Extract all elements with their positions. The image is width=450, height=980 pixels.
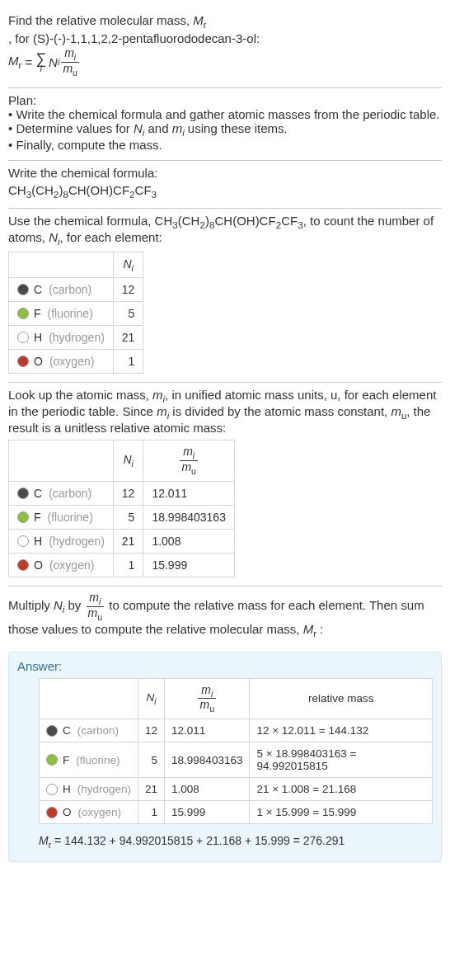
element-swatch <box>46 807 58 818</box>
text: • Determine values for <box>8 121 134 135</box>
count-value: 12 <box>138 719 165 742</box>
sym-i: i <box>132 459 134 469</box>
plan-section: Plan: • Write the chemical formula and g… <box>8 88 442 160</box>
element-swatch <box>17 511 29 523</box>
plan-bullet-3: • Finally, compute the mass. <box>8 138 442 152</box>
answer-label: Answer: <box>17 659 433 673</box>
sym-m: m <box>152 388 163 402</box>
table-header: Ni <box>9 252 143 278</box>
chem-title: Write the chemical formula: <box>8 166 442 180</box>
sym-N: N <box>123 453 131 466</box>
element-swatch <box>17 284 29 295</box>
element-name: (carbon) <box>77 724 119 737</box>
table-row: H (hydrogen) 21 1.008 <box>9 530 235 554</box>
statement-line-1: Find the relative molecular mass, Mr <box>8 13 442 30</box>
element-symbol: C <box>34 487 42 500</box>
sym-N: N <box>49 230 58 244</box>
plan-bullet-1: • Write the chemical formula and gather … <box>8 107 442 121</box>
table-row: O (oxygen) 1 15.999 <box>9 554 235 577</box>
statement-line-2: , for (S)-(-)-1,1,1,2,2-pentafluorododec… <box>8 31 442 45</box>
final-result: Mr = 144.132 + 94.992015815 + 21.168 + 1… <box>39 834 433 850</box>
table-row: H (hydrogen) 21 <box>9 326 143 350</box>
text: and <box>144 121 171 135</box>
count-value: 5 <box>113 302 143 326</box>
sym-N: N <box>49 55 58 69</box>
chem-formula: CH3(CH2)8CH(OH)CF2CF3 <box>8 183 442 200</box>
answer-content: Ni mi mu relative mass C (carbon) 12 12.… <box>17 678 433 850</box>
mass-value: 1.008 <box>143 530 235 554</box>
element-name: (oxygen) <box>78 806 122 818</box>
element-name: (carbon) <box>49 283 91 296</box>
sym-N: N <box>54 598 63 612</box>
table-row: F (fluorine) 5 18.998403163 5 × 18.99840… <box>40 742 433 778</box>
count-value: 21 <box>113 530 143 554</box>
table-row: F (fluorine) 5 18.998403163 <box>9 506 235 530</box>
equals: = <box>25 55 32 69</box>
mass-value: 18.998403163 <box>165 742 250 778</box>
element-symbol: F <box>34 511 41 524</box>
count-value: 1 <box>113 554 143 577</box>
sym-i: i <box>132 262 134 272</box>
sym-r: r <box>204 20 207 30</box>
chem-inline: CH3(CH2)8CH(OH)CF2CF3 <box>155 214 303 228</box>
mass-value: 12.011 <box>143 482 235 506</box>
text: by <box>64 598 84 612</box>
text: Multiply <box>8 598 54 612</box>
fraction-mi-mu: mi mu <box>61 47 79 78</box>
element-symbol: O <box>34 355 43 368</box>
lookup-section: Look up the atomic mass, mi, in unified … <box>8 383 442 586</box>
chem-part: CH <box>8 183 26 197</box>
lookup-table: Ni mi mu C (carbon) 12 12.011 F (fluorin… <box>8 440 235 577</box>
sym-N: N <box>147 691 155 704</box>
element-swatch <box>46 754 58 766</box>
element-swatch <box>17 308 29 319</box>
element-symbol: O <box>63 806 72 818</box>
chem-part: (CH <box>31 183 54 197</box>
text: , for each element: <box>60 230 162 244</box>
final-equation: = 144.132 + 94.992015815 + 21.168 + 15.9… <box>54 834 345 847</box>
element-swatch <box>17 488 29 499</box>
multiply-section: Multiply Ni by mi mu to compute the rela… <box>8 587 442 647</box>
table-row: F (fluorine) 5 <box>9 302 143 326</box>
sym-m: m <box>172 121 183 135</box>
chemical-formula-section: Write the chemical formula: CH3(CH2)8CH(… <box>8 161 442 208</box>
count-intro: Use the chemical formula, CH3(CH2)8CH(OH… <box>8 214 442 247</box>
sym-m: m <box>157 404 167 418</box>
plan-title: Plan: <box>8 93 442 107</box>
sym-M: M <box>39 834 49 847</box>
count-value: 12 <box>113 482 143 506</box>
table-row: C (carbon) 12 12.011 12 × 12.011 = 144.1… <box>40 719 433 742</box>
sym-N: N <box>134 121 143 135</box>
element-name: (fluorine) <box>48 511 93 524</box>
Ni-times-frac: Ni mi mu <box>49 47 81 78</box>
element-name: (oxygen) <box>49 558 94 572</box>
element-name: (hydrogen) <box>49 331 105 344</box>
sym-i: i <box>58 57 60 67</box>
plan-bullet-2: • Determine values for Ni and mi using t… <box>8 121 442 138</box>
element-name: (fluorine) <box>76 754 120 766</box>
count-value: 21 <box>113 326 143 350</box>
element-symbol: F <box>63 754 69 766</box>
count-table: Ni C (carbon) 12 F (fluorine) 5 H (hydro… <box>8 252 143 375</box>
element-name: (oxygen) <box>49 355 94 368</box>
relative-mass: 21 × 1.008 = 21.168 <box>250 778 433 801</box>
text: : <box>316 622 323 636</box>
element-swatch <box>17 559 29 571</box>
mass-value: 1.008 <box>165 778 250 801</box>
element-symbol: C <box>34 283 42 296</box>
element-name: (carbon) <box>49 487 91 500</box>
element-name: (hydrogen) <box>77 783 131 795</box>
text: Find the relative molecular mass, <box>8 13 193 27</box>
sym-m: m <box>391 404 401 418</box>
relative-mass: 12 × 12.011 = 144.132 <box>250 719 433 742</box>
element-symbol: H <box>34 535 42 548</box>
relative-mass: 1 × 15.999 = 15.999 <box>250 801 433 824</box>
chem-part: CH(OH)CF <box>68 183 129 197</box>
table-row: O (oxygen) 1 <box>9 350 143 374</box>
fraction-mi-mu: mi mu <box>87 591 105 622</box>
sym-M: M <box>193 13 204 27</box>
count-value: 5 <box>138 742 165 778</box>
text: is divided by the atomic mass constant, <box>169 404 391 418</box>
relative-mass: 5 × 18.998403163 = 94.992015815 <box>250 742 433 778</box>
sym-r: r <box>19 60 22 70</box>
